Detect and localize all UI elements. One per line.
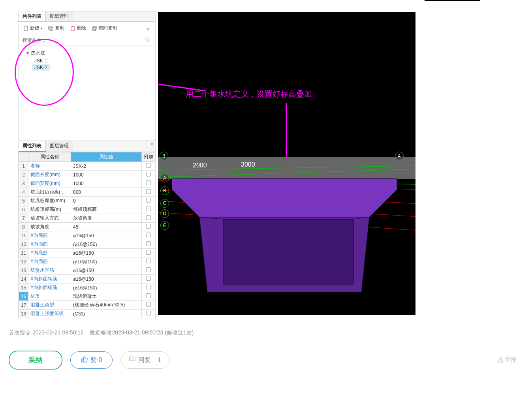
property-extra[interactable] [142, 310, 155, 318]
row-number: 5 [19, 197, 28, 205]
property-extra[interactable] [142, 231, 155, 240]
tab-properties[interactable]: 属性列表 [19, 141, 46, 152]
report-button[interactable]: 举报 [497, 357, 516, 364]
component-tree: ▾ 集水坑 JSK-1 JSK-2 [19, 46, 155, 141]
checkbox-icon[interactable] [146, 224, 151, 229]
property-value[interactable]: ⌀16@150 [71, 266, 142, 275]
checkbox-icon[interactable] [146, 276, 151, 281]
row-number: 2 [19, 171, 28, 179]
property-value[interactable]: 800 [71, 188, 142, 197]
tree-item[interactable]: JSK-1 [23, 57, 151, 64]
property-row[interactable]: 17混凝土类型(现浇砼 碎石40mm 32.5) [19, 301, 155, 310]
component-toolbar: 新建 ▾ 复制 删除 [19, 22, 155, 35]
property-value[interactable]: (C30) [71, 310, 142, 318]
property-value[interactable]: (⌀16@150) [71, 283, 142, 292]
adopt-button[interactable]: 采纳 [9, 351, 62, 370]
tab-drawings[interactable]: 图纸管理 [46, 11, 73, 21]
property-row[interactable]: 14X向斜面钢筋⌀16@150 [19, 275, 155, 283]
checkbox-icon[interactable] [146, 189, 151, 194]
property-row[interactable]: 15Y向斜面钢筋(⌀16@150) [19, 283, 155, 292]
property-extra[interactable] [142, 162, 155, 171]
like-button[interactable]: 赞 0 [70, 351, 113, 369]
reply-button[interactable]: 回复 1 [120, 351, 169, 369]
checkbox-icon[interactable] [146, 259, 151, 263]
property-row[interactable]: 18混凝土强度等级(C30) [19, 310, 155, 318]
property-row[interactable]: 16材质现浇混凝土 [19, 292, 155, 301]
more-button[interactable]: » [147, 26, 152, 31]
3d-viewport[interactable]: 用二个集水坑定义，设置好标高叠加 3 4 A [158, 12, 415, 315]
property-row[interactable]: 1名称JSK-2 [19, 162, 155, 171]
property-name: X向底筋 [28, 231, 71, 240]
checkbox-icon[interactable] [146, 293, 151, 298]
checkbox-icon[interactable] [146, 233, 151, 237]
property-value[interactable]: ⌀16@150 [71, 249, 142, 257]
checkbox-icon[interactable] [146, 302, 151, 307]
property-extra[interactable] [142, 179, 155, 188]
property-extra[interactable] [142, 249, 155, 257]
property-value[interactable]: 0 [71, 197, 142, 205]
row-number: 11 [19, 249, 28, 257]
property-row[interactable]: 8放坡角度45 [19, 223, 155, 231]
property-extra[interactable] [142, 301, 155, 310]
checkbox-icon[interactable] [146, 215, 151, 220]
property-extra[interactable] [142, 214, 155, 223]
property-value[interactable]: 45 [71, 223, 142, 231]
checkbox-icon[interactable] [146, 180, 151, 185]
checkbox-icon[interactable] [146, 172, 151, 176]
delete-button[interactable]: 删除 [68, 24, 88, 32]
close-icon[interactable]: ✕ [150, 142, 154, 147]
property-extra[interactable] [142, 188, 155, 197]
property-row[interactable]: 3截面宽度(mm)1000 [19, 179, 155, 188]
property-extra[interactable] [142, 223, 155, 231]
checkbox-icon[interactable] [146, 267, 151, 272]
property-value[interactable]: (现浇砼 碎石40mm 32.5) [71, 301, 142, 310]
property-row[interactable]: 5坑底板厚度(mm)0 [19, 197, 155, 205]
property-row[interactable]: 12Y向面筋(⌀16@150) [19, 257, 155, 266]
property-row[interactable]: 10X向面筋(⌀16@150) [19, 240, 155, 249]
property-row[interactable]: 11Y向底筋⌀16@150 [19, 249, 155, 257]
tab-layers[interactable]: 图层管理 [46, 141, 73, 152]
checkbox-icon[interactable] [146, 206, 151, 211]
property-extra[interactable] [142, 292, 155, 301]
property-extra[interactable] [142, 266, 155, 275]
checkbox-icon[interactable] [146, 250, 151, 255]
property-row[interactable]: 13坑壁水平筋⌀16@150 [19, 266, 155, 275]
property-row[interactable]: 9X向底筋⌀16@150 [19, 231, 155, 240]
property-value[interactable]: JSK-2 [71, 162, 142, 171]
property-extra[interactable] [142, 275, 155, 283]
property-row[interactable]: 4坑底出边距离(...800 [19, 188, 155, 197]
checkbox-icon[interactable] [146, 285, 151, 289]
search-icon[interactable] [145, 37, 150, 44]
checkbox-icon[interactable] [146, 198, 151, 203]
tree-root[interactable]: ▾ 集水坑 [23, 49, 151, 57]
property-extra[interactable] [142, 257, 155, 266]
property-value[interactable]: 筏板顶标高 [71, 205, 142, 214]
property-extra[interactable] [142, 171, 155, 179]
property-row[interactable]: 2截面长度(mm)1000 [19, 171, 155, 179]
property-row[interactable]: 6坑板顶标高(m)筏板顶标高 [19, 205, 155, 214]
property-value[interactable]: (⌀16@150) [71, 257, 142, 266]
checkbox-icon[interactable] [146, 311, 151, 315]
property-extra[interactable] [142, 205, 155, 214]
property-value[interactable]: 1000 [71, 179, 142, 188]
property-value[interactable]: 1000 [71, 171, 142, 179]
checkbox-icon[interactable] [146, 241, 151, 246]
row-number: 14 [19, 275, 28, 283]
property-value[interactable]: ⌀16@150 [71, 275, 142, 283]
property-extra[interactable] [142, 197, 155, 205]
property-value[interactable]: 现浇混凝土 [71, 292, 142, 301]
property-extra[interactable] [142, 283, 155, 292]
search-input[interactable] [21, 36, 153, 45]
tab-components[interactable]: 构件列表 [19, 11, 46, 21]
property-extra[interactable] [142, 240, 155, 249]
property-name: X向面筋 [28, 240, 71, 249]
checkbox-icon[interactable] [146, 163, 151, 168]
property-row[interactable]: 7放坡输入方式放坡角度 [19, 214, 155, 223]
layer-copy-button[interactable]: 层间复制 [90, 24, 119, 32]
property-value[interactable]: 放坡角度 [71, 214, 142, 223]
new-button[interactable]: 新建 ▾ [22, 24, 44, 32]
copy-button[interactable]: 复制 [47, 24, 66, 32]
property-value[interactable]: ⌀16@150 [71, 231, 142, 240]
property-value[interactable]: (⌀16@150) [71, 240, 142, 249]
tree-item-selected[interactable]: JSK-2 [32, 64, 50, 71]
